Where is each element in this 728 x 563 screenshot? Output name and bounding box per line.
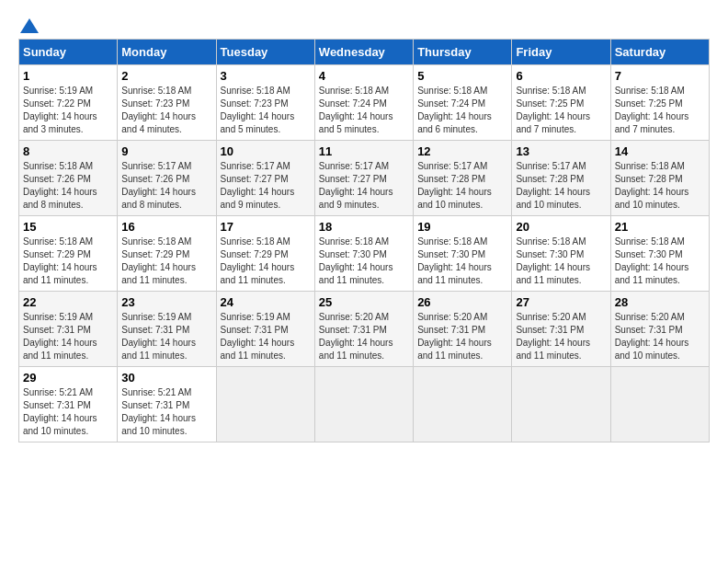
calendar-cell: 26Sunrise: 5:20 AMSunset: 7:31 PMDayligh… — [414, 292, 512, 367]
day-info: Sunrise: 5:18 AMSunset: 7:28 PMDaylight:… — [615, 160, 705, 212]
calendar-week-row: 29Sunrise: 5:21 AMSunset: 7:31 PMDayligh… — [19, 367, 710, 442]
calendar-cell — [512, 367, 610, 442]
column-header-monday: Monday — [118, 40, 216, 65]
day-info: Sunrise: 5:17 AMSunset: 7:28 PMDaylight:… — [516, 160, 606, 212]
calendar-cell: 20Sunrise: 5:18 AMSunset: 7:30 PMDayligh… — [512, 216, 610, 292]
calendar-cell: 24Sunrise: 5:19 AMSunset: 7:31 PMDayligh… — [216, 292, 314, 367]
day-number: 19 — [417, 220, 507, 234]
calendar-week-row: 8Sunrise: 5:18 AMSunset: 7:26 PMDaylight… — [19, 141, 710, 216]
column-header-saturday: Saturday — [610, 40, 709, 65]
day-info: Sunrise: 5:18 AMSunset: 7:23 PMDaylight:… — [121, 85, 211, 136]
day-number: 8 — [23, 144, 113, 158]
calendar-cell — [610, 367, 709, 442]
day-info: Sunrise: 5:21 AMSunset: 7:31 PMDaylight:… — [121, 386, 211, 438]
calendar-body: 1Sunrise: 5:19 AMSunset: 7:22 PMDaylight… — [19, 65, 710, 442]
calendar-cell: 30Sunrise: 5:21 AMSunset: 7:31 PMDayligh… — [118, 367, 216, 442]
calendar-cell: 29Sunrise: 5:21 AMSunset: 7:31 PMDayligh… — [19, 367, 118, 442]
day-number: 4 — [319, 69, 409, 83]
calendar-cell: 1Sunrise: 5:19 AMSunset: 7:22 PMDaylight… — [19, 65, 118, 141]
calendar-cell: 22Sunrise: 5:19 AMSunset: 7:31 PMDayligh… — [19, 292, 118, 367]
day-number: 6 — [516, 69, 606, 83]
calendar-cell: 27Sunrise: 5:20 AMSunset: 7:31 PMDayligh… — [512, 292, 610, 367]
day-number: 30 — [121, 371, 211, 385]
day-info: Sunrise: 5:17 AMSunset: 7:28 PMDaylight:… — [417, 160, 507, 212]
day-info: Sunrise: 5:19 AMSunset: 7:31 PMDaylight:… — [23, 311, 113, 362]
calendar-cell: 4Sunrise: 5:18 AMSunset: 7:24 PMDaylight… — [314, 65, 413, 141]
day-info: Sunrise: 5:20 AMSunset: 7:31 PMDaylight:… — [615, 311, 705, 362]
calendar-cell: 25Sunrise: 5:20 AMSunset: 7:31 PMDayligh… — [314, 292, 413, 367]
day-info: Sunrise: 5:18 AMSunset: 7:30 PMDaylight:… — [516, 236, 606, 287]
calendar-cell — [414, 367, 512, 442]
day-info: Sunrise: 5:18 AMSunset: 7:25 PMDaylight:… — [516, 85, 606, 136]
day-number: 21 — [615, 220, 705, 234]
column-header-friday: Friday — [512, 40, 610, 65]
day-number: 25 — [319, 295, 409, 309]
day-info: Sunrise: 5:19 AMSunset: 7:31 PMDaylight:… — [121, 311, 211, 362]
day-number: 13 — [516, 144, 606, 158]
header — [18, 18, 710, 33]
day-number: 29 — [23, 371, 113, 385]
day-info: Sunrise: 5:17 AMSunset: 7:26 PMDaylight:… — [121, 160, 211, 212]
day-info: Sunrise: 5:17 AMSunset: 7:27 PMDaylight:… — [221, 160, 311, 212]
day-info: Sunrise: 5:18 AMSunset: 7:29 PMDaylight:… — [121, 236, 211, 287]
day-number: 20 — [516, 220, 606, 234]
column-header-wednesday: Wednesday — [314, 40, 413, 65]
calendar-cell: 15Sunrise: 5:18 AMSunset: 7:29 PMDayligh… — [19, 216, 118, 292]
calendar-cell: 19Sunrise: 5:18 AMSunset: 7:30 PMDayligh… — [414, 216, 512, 292]
svg-marker-0 — [20, 18, 39, 33]
calendar-cell: 11Sunrise: 5:17 AMSunset: 7:27 PMDayligh… — [314, 141, 413, 216]
day-number: 12 — [417, 144, 507, 158]
calendar-week-row: 15Sunrise: 5:18 AMSunset: 7:29 PMDayligh… — [19, 216, 710, 292]
calendar-header-row: SundayMondayTuesdayWednesdayThursdayFrid… — [19, 40, 710, 65]
day-number: 15 — [23, 220, 113, 234]
day-number: 10 — [221, 144, 311, 158]
day-number: 3 — [221, 69, 311, 83]
calendar-cell: 18Sunrise: 5:18 AMSunset: 7:30 PMDayligh… — [314, 216, 413, 292]
day-number: 22 — [23, 295, 113, 309]
logo — [18, 18, 39, 33]
calendar-cell: 8Sunrise: 5:18 AMSunset: 7:26 PMDaylight… — [19, 141, 118, 216]
day-number: 24 — [221, 295, 311, 309]
day-info: Sunrise: 5:19 AMSunset: 7:22 PMDaylight:… — [23, 85, 113, 136]
day-info: Sunrise: 5:18 AMSunset: 7:24 PMDaylight:… — [319, 85, 409, 136]
day-info: Sunrise: 5:18 AMSunset: 7:30 PMDaylight:… — [417, 236, 507, 287]
day-number: 2 — [121, 69, 211, 83]
day-number: 11 — [319, 144, 409, 158]
day-number: 28 — [615, 295, 705, 309]
calendar-cell: 21Sunrise: 5:18 AMSunset: 7:30 PMDayligh… — [610, 216, 709, 292]
day-info: Sunrise: 5:18 AMSunset: 7:24 PMDaylight:… — [417, 85, 507, 136]
day-info: Sunrise: 5:18 AMSunset: 7:29 PMDaylight:… — [23, 236, 113, 287]
calendar-cell: 3Sunrise: 5:18 AMSunset: 7:23 PMDaylight… — [216, 65, 314, 141]
day-info: Sunrise: 5:18 AMSunset: 7:23 PMDaylight:… — [221, 85, 311, 136]
day-number: 7 — [615, 69, 705, 83]
calendar-cell — [314, 367, 413, 442]
day-info: Sunrise: 5:19 AMSunset: 7:31 PMDaylight:… — [221, 311, 311, 362]
calendar-week-row: 1Sunrise: 5:19 AMSunset: 7:22 PMDaylight… — [19, 65, 710, 141]
day-number: 1 — [23, 69, 113, 83]
day-number: 18 — [319, 220, 409, 234]
column-header-thursday: Thursday — [414, 40, 512, 65]
calendar-week-row: 22Sunrise: 5:19 AMSunset: 7:31 PMDayligh… — [19, 292, 710, 367]
day-number: 9 — [121, 144, 211, 158]
day-info: Sunrise: 5:18 AMSunset: 7:26 PMDaylight:… — [23, 160, 113, 212]
column-header-tuesday: Tuesday — [216, 40, 314, 65]
day-number: 27 — [516, 295, 606, 309]
calendar-cell: 2Sunrise: 5:18 AMSunset: 7:23 PMDaylight… — [118, 65, 216, 141]
day-number: 17 — [221, 220, 311, 234]
day-info: Sunrise: 5:18 AMSunset: 7:30 PMDaylight:… — [615, 236, 705, 287]
day-number: 5 — [417, 69, 507, 83]
day-info: Sunrise: 5:20 AMSunset: 7:31 PMDaylight:… — [319, 311, 409, 362]
logo-triangle-icon — [20, 18, 39, 33]
calendar-cell: 16Sunrise: 5:18 AMSunset: 7:29 PMDayligh… — [118, 216, 216, 292]
calendar-cell: 12Sunrise: 5:17 AMSunset: 7:28 PMDayligh… — [414, 141, 512, 216]
calendar-cell: 6Sunrise: 5:18 AMSunset: 7:25 PMDaylight… — [512, 65, 610, 141]
calendar-cell: 9Sunrise: 5:17 AMSunset: 7:26 PMDaylight… — [118, 141, 216, 216]
calendar-cell: 13Sunrise: 5:17 AMSunset: 7:28 PMDayligh… — [512, 141, 610, 216]
day-info: Sunrise: 5:18 AMSunset: 7:25 PMDaylight:… — [615, 85, 705, 136]
day-info: Sunrise: 5:20 AMSunset: 7:31 PMDaylight:… — [516, 311, 606, 362]
calendar-cell: 14Sunrise: 5:18 AMSunset: 7:28 PMDayligh… — [610, 141, 709, 216]
day-number: 23 — [121, 295, 211, 309]
column-header-sunday: Sunday — [19, 40, 118, 65]
calendar-table: SundayMondayTuesdayWednesdayThursdayFrid… — [18, 39, 710, 442]
calendar-cell: 5Sunrise: 5:18 AMSunset: 7:24 PMDaylight… — [414, 65, 512, 141]
